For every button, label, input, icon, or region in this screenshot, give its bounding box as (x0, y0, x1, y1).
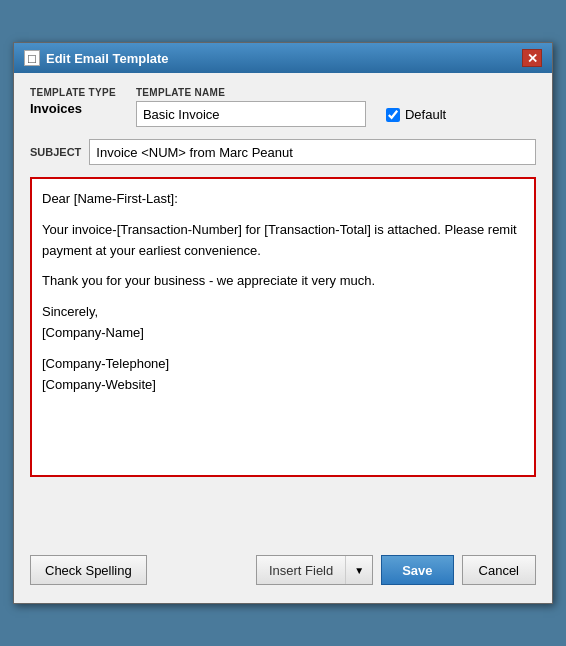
body-line7: [Company-Website] (42, 375, 524, 396)
insert-field-group[interactable]: Insert Field ▼ (256, 555, 373, 585)
check-spelling-button[interactable]: Check Spelling (30, 555, 147, 585)
template-type-label: TEMPLATE TYPE (30, 87, 116, 98)
template-type-group: TEMPLATE TYPE Invoices (30, 87, 116, 116)
template-name-input[interactable] (136, 101, 366, 127)
empty-area (30, 487, 536, 537)
body-line1: Dear [Name-First-Last]: (42, 189, 524, 210)
subject-input[interactable] (89, 139, 536, 165)
template-name-group: TEMPLATE NAME (136, 87, 366, 127)
save-button[interactable]: Save (381, 555, 453, 585)
default-checkbox[interactable] (386, 108, 400, 122)
cancel-button[interactable]: Cancel (462, 555, 536, 585)
insert-field-dropdown-arrow[interactable]: ▼ (346, 556, 372, 584)
template-type-name-row: TEMPLATE TYPE Invoices TEMPLATE NAME Def… (30, 87, 536, 127)
template-type-value: Invoices (30, 101, 116, 116)
subject-row: SUBJECT (30, 139, 536, 165)
subject-label: SUBJECT (30, 146, 81, 158)
footer-row: Check Spelling Insert Field ▼ Save Cance… (30, 547, 536, 589)
insert-field-label: Insert Field (257, 556, 346, 584)
edit-email-template-dialog: □ Edit Email Template ✕ TEMPLATE TYPE In… (13, 42, 553, 604)
title-bar: □ Edit Email Template ✕ (14, 43, 552, 73)
default-checkbox-group: Default (386, 107, 446, 122)
body-line5: [Company-Name] (42, 323, 524, 344)
window-icon: □ (24, 50, 40, 66)
body-line3: Thank you for your business - we appreci… (42, 271, 524, 292)
body-line4: Sincerely, (42, 302, 524, 323)
template-name-label: TEMPLATE NAME (136, 87, 366, 98)
close-button[interactable]: ✕ (522, 49, 542, 67)
body-line6: [Company-Telephone] (42, 354, 524, 375)
right-footer: Insert Field ▼ Save Cancel (256, 555, 536, 585)
default-label: Default (405, 107, 446, 122)
body-line2: Your invoice-[Transaction-Number] for [T… (42, 220, 524, 262)
dialog-body: TEMPLATE TYPE Invoices TEMPLATE NAME Def… (14, 73, 552, 603)
dialog-title: Edit Email Template (46, 51, 169, 66)
email-body-area[interactable]: Dear [Name-First-Last]: Your invoice-[Tr… (30, 177, 536, 477)
